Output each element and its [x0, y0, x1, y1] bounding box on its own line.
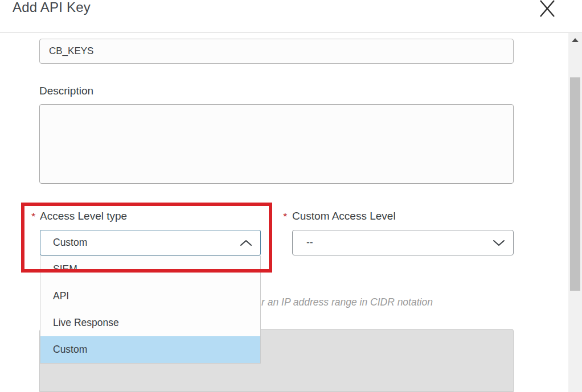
access-level-type-label: Access Level type	[40, 210, 127, 222]
access-level-type-select[interactable]: Custom	[40, 230, 261, 255]
dropdown-option-custom[interactable]: Custom	[40, 336, 260, 363]
access-level-type-selected-value: Custom	[40, 237, 87, 249]
custom-access-level-label: Custom Access Level	[292, 210, 396, 222]
description-label: Description	[39, 85, 93, 97]
chevron-down-icon	[493, 239, 505, 247]
ip-cidr-hint-text: r an IP address range in CIDR notation	[261, 296, 433, 308]
scroll-up-arrow-icon	[572, 38, 579, 42]
api-key-name-input[interactable]	[39, 39, 514, 64]
dropdown-option-api[interactable]: API	[40, 283, 260, 310]
dropdown-option-siem[interactable]: SIEM	[40, 256, 260, 283]
description-textarea[interactable]	[39, 104, 514, 184]
close-button[interactable]	[536, 0, 559, 19]
access-level-type-dropdown: SIEM API Live Response Custom	[40, 255, 261, 364]
header-divider	[0, 32, 582, 33]
dropdown-option-live-response[interactable]: Live Response	[40, 310, 260, 336]
access-level-type-required-marker: *	[31, 211, 35, 223]
close-icon	[538, 0, 557, 18]
custom-access-level-selected-value: --	[293, 237, 313, 249]
page-title: Add API Key	[13, 0, 91, 17]
custom-access-level-select[interactable]: --	[292, 230, 514, 255]
custom-access-level-required-marker: *	[283, 211, 287, 223]
vertical-scrollbar[interactable]	[568, 33, 582, 392]
chevron-up-icon	[240, 239, 252, 247]
scrollbar-up-button[interactable]	[568, 33, 582, 47]
scrollbar-thumb[interactable]	[570, 77, 580, 291]
